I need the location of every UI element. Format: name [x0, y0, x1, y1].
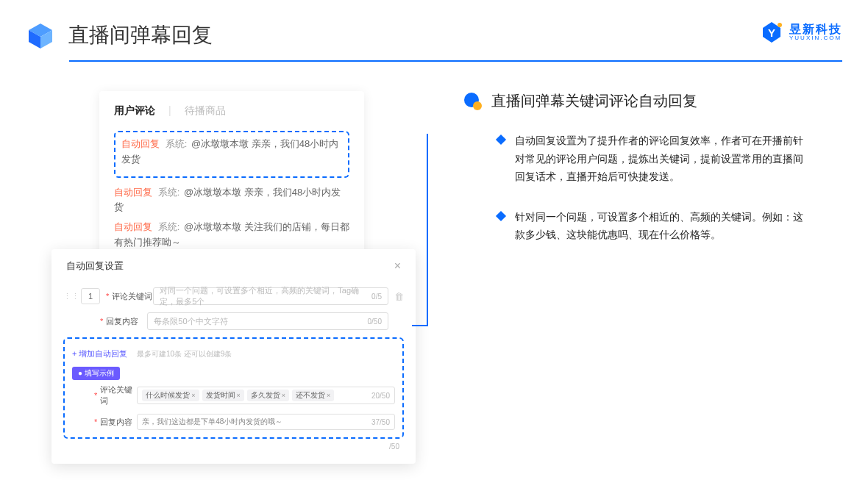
chat-bubble-icon	[463, 92, 483, 111]
keyword-tag[interactable]: 什么时候发货×	[142, 390, 199, 401]
index-box: 1	[81, 288, 100, 304]
add-reply-link[interactable]: + 增加自动回复	[72, 349, 127, 358]
keyword-tag[interactable]: 多久发货×	[247, 390, 289, 401]
brand-block: Y 昱新科技 YUUXIN.COM	[760, 21, 842, 44]
reply-input[interactable]: 每条限50个中文字符 0/50	[147, 312, 388, 330]
connector-line	[427, 134, 428, 326]
page-header: 直播间弹幕回复 Y 昱新科技 YUUXIN.COM	[0, 0, 868, 50]
comment-item: 自动回复 系统: @冰墩墩本墩 亲亲，我们48小时内发货	[121, 137, 342, 168]
page-title: 直播间弹幕回复	[68, 21, 213, 49]
system-tag: 系统:	[166, 138, 188, 149]
tab-divider: |	[168, 104, 171, 118]
section-title: 直播间弹幕关键词评论自动回复	[491, 91, 697, 111]
keyword-row: ⋮⋮ 1 * 评论关键词 对同一个问题，可设置多个相近，高频的关键词，Tag确定…	[63, 287, 404, 305]
svg-text:Y: Y	[768, 26, 775, 39]
reply-label: 回复内容	[106, 316, 147, 327]
auto-reply-tag: 自动回复	[121, 138, 160, 149]
close-icon[interactable]: ×	[394, 259, 401, 273]
modal-title: 自动回复设置	[66, 259, 124, 273]
example-reply-row: * 回复内容 亲，我们这边都是下单48小时内发货的哦～ 37/50	[72, 414, 395, 430]
example-badge: ● 填写示例	[72, 367, 120, 380]
screenshot-panel: 用户评论 | 待播商品 自动回复 系统: @冰墩墩本墩 亲亲，我们48小时内发货…	[51, 91, 427, 266]
brand-logo-icon: Y	[760, 21, 783, 44]
keyword-tag[interactable]: 发货时间×	[202, 390, 244, 401]
tab-user-comments[interactable]: 用户评论	[114, 104, 155, 118]
paragraph-2: 针对同一个问题，可设置多个相近的、高频的关键词。例如：这款多少钱、这块能优惠吗、…	[463, 208, 809, 244]
comment-item: 自动回复 系统: @冰墩墩本墩 亲亲，我们48小时内发货	[114, 185, 349, 216]
delete-icon[interactable]: 🗑	[394, 291, 404, 302]
reply-row: * 回复内容 每条限50个中文字符 0/50	[63, 312, 404, 330]
brand-domain: YUUXIN.COM	[789, 35, 842, 42]
keyword-label: 评论关键词	[112, 291, 153, 302]
tag-remove-icon[interactable]: ×	[191, 392, 195, 399]
paragraph-1: 自动回复设置为了提升作者的评论回复效率，作者可在开播前针对常见的评论用户问题，提…	[463, 132, 809, 186]
diamond-bullet-icon	[496, 134, 506, 145]
tag-remove-icon[interactable]: ×	[282, 392, 285, 399]
settings-modal: 自动回复设置 × ⋮⋮ 1 * 评论关键词 对同一个问题，可设置多个相近，高频的…	[51, 249, 416, 464]
add-hint: 最多可建10条 还可以创建9条	[137, 350, 232, 358]
keyword-input[interactable]: 对同一个问题，可设置多个相近，高频的关键词，Tag确定，最多5个 0/5	[153, 287, 388, 305]
tag-remove-icon[interactable]: ×	[237, 392, 241, 399]
example-keyword-row: * 评论关键词 什么时候发货×发货时间×多久发货×还不发货× 20/50	[72, 384, 395, 406]
connector-line	[412, 325, 427, 326]
description-panel: 直播间弹幕关键词评论自动回复 自动回复设置为了提升作者的评论回复效率，作者可在开…	[427, 91, 809, 266]
brand-name: 昱新科技	[789, 23, 842, 36]
outer-count: /50	[389, 442, 399, 451]
keyword-tag[interactable]: 还不发货×	[292, 390, 334, 401]
comment-item: 自动回复 系统: @冰墩墩本墩 关注我们的店铺，每日都有热门推荐呦～	[114, 220, 349, 251]
svg-point-6	[473, 101, 482, 110]
tab-pending-goods[interactable]: 待播商品	[185, 104, 226, 118]
drag-handle-icon[interactable]: ⋮⋮	[63, 292, 75, 301]
tag-remove-icon[interactable]: ×	[327, 392, 330, 399]
svg-point-4	[778, 23, 782, 27]
diamond-bullet-icon	[496, 210, 506, 220]
example-keyword-input[interactable]: 什么时候发货×发货时间×多久发货×还不发货× 20/50	[137, 387, 395, 404]
cube-icon	[26, 21, 55, 50]
example-reply-input[interactable]: 亲，我们这边都是下单48小时内发货的哦～ 37/50	[137, 414, 395, 430]
example-box: + 增加自动回复 最多可建10条 还可以创建9条 ● 填写示例 * 评论关键词 …	[63, 337, 404, 439]
highlighted-comment: 自动回复 系统: @冰墩墩本墩 亲亲，我们48小时内发货	[114, 131, 349, 178]
